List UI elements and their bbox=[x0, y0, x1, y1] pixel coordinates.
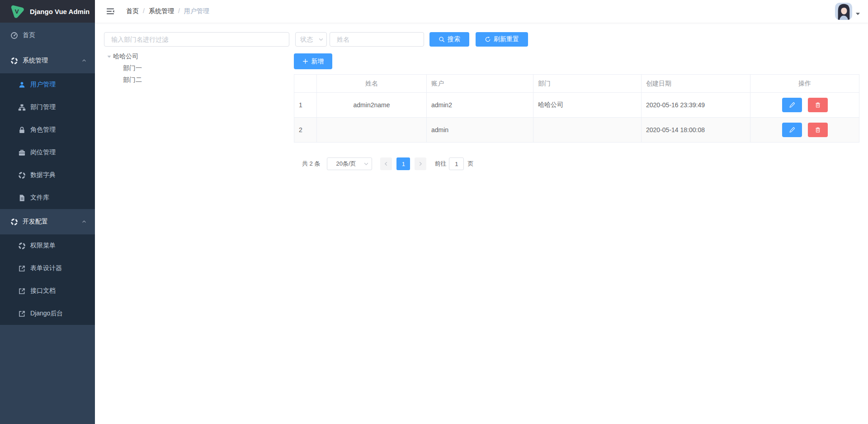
app-logo[interactable]: V Django Vue Admin bbox=[0, 0, 95, 23]
sidebar-item-label: 接口文档 bbox=[30, 287, 56, 295]
next-page-button[interactable] bbox=[415, 157, 426, 170]
refresh-reset-button[interactable]: 刷新重置 bbox=[476, 32, 528, 47]
sidebar-group-label: 开发配置 bbox=[23, 218, 48, 226]
sidebar-item-users[interactable]: 用户管理 bbox=[0, 73, 95, 96]
refresh-icon bbox=[485, 36, 491, 43]
goto-label: 前往 bbox=[434, 160, 446, 168]
name-search-input[interactable] bbox=[330, 32, 424, 47]
add-button[interactable]: 新增 bbox=[294, 53, 332, 69]
briefcase-icon bbox=[18, 148, 26, 157]
caret-down-icon[interactable] bbox=[855, 12, 860, 16]
department-tree-panel: 哈哈公司 部门一 部门二 bbox=[104, 32, 289, 170]
chevron-up-icon bbox=[81, 219, 87, 224]
svg-text:V: V bbox=[15, 8, 19, 15]
sidebar-item-roles[interactable]: 角色管理 bbox=[0, 119, 95, 141]
users-table: 姓名 账户 部门 创建日期 操作 1 admin2name ad bbox=[294, 74, 859, 143]
avatar[interactable] bbox=[835, 3, 852, 20]
menu-fold-icon[interactable] bbox=[106, 7, 114, 15]
sidebar-group-dev[interactable]: 开发配置 bbox=[0, 209, 95, 234]
tree-node-dept2[interactable]: 部门二 bbox=[104, 74, 289, 86]
cell-name bbox=[317, 118, 427, 143]
sidebar-group-label: 系统管理 bbox=[23, 57, 48, 65]
col-header-index bbox=[294, 75, 317, 93]
edit-button[interactable] bbox=[782, 98, 802, 112]
cell-name: admin2name bbox=[317, 93, 427, 118]
col-header-created: 创建日期 bbox=[642, 75, 750, 93]
department-tree: 哈哈公司 部门一 部门二 bbox=[104, 51, 289, 86]
cell-account: admin bbox=[427, 118, 533, 143]
sidebar-submenu-system: 用户管理 部门管理 bbox=[0, 73, 95, 209]
app-title: Django Vue Admin bbox=[30, 8, 90, 15]
breadcrumb-system[interactable]: 系统管理 bbox=[139, 7, 174, 15]
pagination-total: 共 2 条 bbox=[302, 160, 320, 168]
cell-index: 2 bbox=[294, 118, 317, 143]
edit-button[interactable] bbox=[782, 123, 802, 137]
table-row: 1 admin2name admin2 哈哈公司 2020-05-16 23:3… bbox=[294, 93, 859, 118]
sidebar-item-label: 部门管理 bbox=[30, 103, 56, 111]
lifebuoy-icon bbox=[10, 57, 18, 65]
sidebar-menu: 首页 系统管理 bbox=[0, 23, 95, 325]
users-table-wrap: 姓名 账户 部门 创建日期 操作 1 admin2name ad bbox=[294, 74, 859, 143]
sidebar-item-label: 文件库 bbox=[30, 194, 49, 202]
lock-icon bbox=[18, 126, 26, 134]
status-select-wrap bbox=[295, 32, 327, 47]
sidebar-item-api-docs[interactable]: 接口文档 bbox=[0, 280, 95, 302]
search-button[interactable]: 搜索 bbox=[429, 32, 469, 47]
user-icon bbox=[18, 81, 26, 89]
sidebar-group-system[interactable]: 系统管理 bbox=[0, 48, 95, 73]
lifebuoy-icon bbox=[10, 218, 18, 226]
status-select[interactable] bbox=[295, 32, 327, 47]
sidebar-submenu-dev: 权限菜单 表单设计器 bbox=[0, 234, 95, 325]
sidebar-item-permission-menu[interactable]: 权限菜单 bbox=[0, 234, 95, 257]
cell-actions bbox=[750, 118, 859, 143]
sidebar-item-label: 首页 bbox=[23, 31, 35, 39]
department-filter-input[interactable] bbox=[104, 32, 289, 47]
sidebar-item-label: Django后台 bbox=[30, 310, 63, 318]
navbar: 首页 系统管理 用户管理 bbox=[95, 0, 868, 23]
navbar-right bbox=[835, 3, 860, 20]
sidebar-item-label: 权限菜单 bbox=[30, 242, 56, 250]
delete-button[interactable] bbox=[808, 98, 828, 112]
table-row: 2 admin 2020-05-14 18:00:08 bbox=[294, 118, 859, 143]
tree-node-label: 部门二 bbox=[123, 76, 142, 84]
dashboard-icon bbox=[10, 31, 18, 39]
page-size-select[interactable] bbox=[327, 157, 372, 170]
pencil-icon bbox=[789, 102, 795, 108]
sidebar-item-django-admin[interactable]: Django后台 bbox=[0, 302, 95, 325]
cell-created: 2020-05-16 23:39:49 bbox=[642, 93, 750, 118]
lifebuoy-icon bbox=[18, 242, 26, 250]
tree-node-root[interactable]: 哈哈公司 bbox=[104, 51, 289, 62]
search-toolbar: 搜索 刷新重置 bbox=[294, 32, 859, 47]
sidebar-item-label: 用户管理 bbox=[30, 81, 56, 89]
page-unit-label: 页 bbox=[467, 160, 473, 168]
lifebuoy-icon bbox=[18, 171, 26, 179]
sidebar-item-label: 角色管理 bbox=[30, 126, 56, 134]
prev-page-button[interactable] bbox=[380, 157, 392, 170]
col-header-account: 账户 bbox=[427, 75, 533, 93]
cell-dept bbox=[533, 118, 642, 143]
col-header-actions: 操作 bbox=[750, 75, 859, 93]
sidebar-item-files[interactable]: 文件库 bbox=[0, 186, 95, 209]
pagination: 共 2 条 1 前往 页 bbox=[294, 157, 859, 170]
sidebar-item-form-designer[interactable]: 表单设计器 bbox=[0, 257, 95, 280]
col-header-name: 姓名 bbox=[317, 75, 427, 93]
delete-button[interactable] bbox=[808, 123, 828, 137]
breadcrumb-home[interactable]: 首页 bbox=[126, 7, 139, 15]
goto-page-input[interactable] bbox=[449, 157, 464, 170]
page-content: 哈哈公司 部门一 部门二 bbox=[95, 23, 868, 170]
table-header-row: 姓名 账户 部门 创建日期 操作 bbox=[294, 75, 859, 93]
sidebar-item-departments[interactable]: 部门管理 bbox=[0, 96, 95, 119]
sidebar-item-label: 数据字典 bbox=[30, 171, 56, 179]
external-link-icon bbox=[18, 264, 26, 272]
cell-created: 2020-05-14 18:00:08 bbox=[642, 118, 750, 143]
caret-down-icon[interactable] bbox=[105, 54, 113, 59]
main-area: 首页 系统管理 用户管理 bbox=[95, 0, 868, 424]
pencil-icon bbox=[789, 127, 795, 133]
sidebar-item-label: 表单设计器 bbox=[30, 264, 62, 272]
sidebar-item-dictionary[interactable]: 数据字典 bbox=[0, 164, 95, 186]
sidebar-item-posts[interactable]: 岗位管理 bbox=[0, 141, 95, 164]
page-number-button[interactable]: 1 bbox=[396, 157, 410, 170]
tree-node-dept1[interactable]: 部门一 bbox=[104, 62, 289, 74]
sidebar-item-home[interactable]: 首页 bbox=[0, 23, 95, 48]
chevron-up-icon bbox=[81, 58, 87, 63]
